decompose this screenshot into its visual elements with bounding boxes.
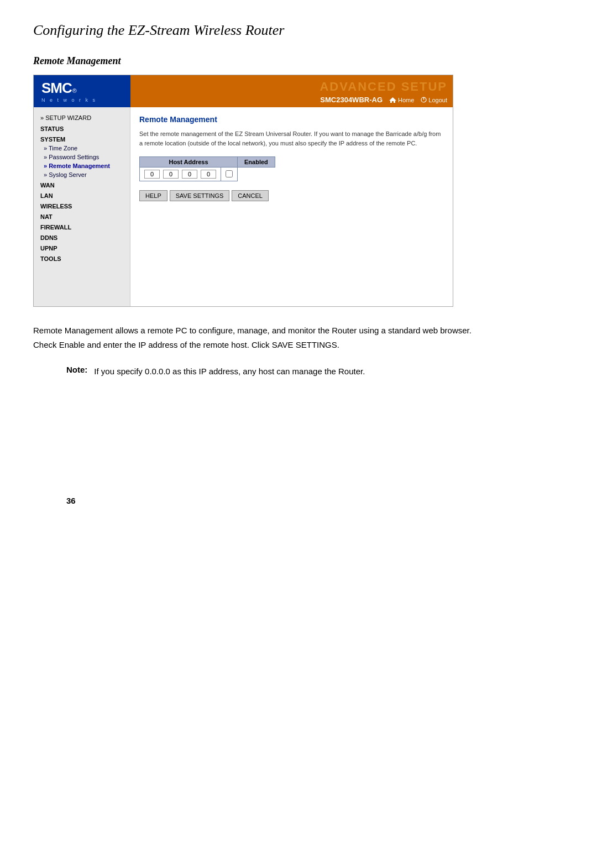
ip-octet-3[interactable] [182, 170, 197, 179]
enabled-checkbox-cell [221, 168, 238, 181]
remote-management-form: Host Address Enabled [139, 156, 275, 181]
sidebar-item-remote-management[interactable]: » Remote Management [34, 161, 130, 170]
note-block: Note: If you specify 0.0.0.0 as this IP … [66, 365, 520, 378]
sidebar: » SETUP WIZARD STATUS SYSTEM » Time Zone… [34, 107, 130, 306]
smc-logo: SMC® [41, 80, 123, 97]
main-panel: Remote Management Set the remote managem… [130, 107, 453, 306]
sidebar-item-wan[interactable]: WAN [34, 179, 130, 190]
host-address-header: Host Address [140, 157, 238, 168]
panel-description: Set the remote management of the EZ Stre… [139, 129, 444, 148]
svg-marker-0 [389, 97, 396, 103]
sidebar-item-tools[interactable]: TOOLS [34, 253, 130, 263]
sidebar-item-nat[interactable]: NAT [34, 211, 130, 221]
enabled-checkbox[interactable] [226, 170, 233, 177]
sidebar-item-system[interactable]: SYSTEM [34, 133, 130, 144]
router-body: » SETUP WIZARD STATUS SYSTEM » Time Zone… [34, 107, 453, 306]
sidebar-item-time-zone[interactable]: » Time Zone [34, 144, 130, 153]
home-icon [389, 97, 396, 103]
router-header-right: ADVANCED SETUP SMC2304WBR-AG Home Logout [130, 75, 453, 107]
sidebar-item-status[interactable]: STATUS [34, 123, 130, 133]
ip-octet-1[interactable] [144, 170, 160, 179]
router-model: SMC2304WBR-AG [320, 96, 383, 104]
sidebar-item-setup-wizard[interactable]: » SETUP WIZARD [34, 113, 130, 123]
page-title: Configuring the EZ-Stream Wireless Route… [33, 22, 564, 39]
sidebar-item-upnp[interactable]: UPnP [34, 242, 130, 253]
networks-label: N e t w o r k s [41, 97, 123, 103]
section-heading: Remote Management [33, 55, 564, 67]
ip-octet-2[interactable] [163, 170, 179, 179]
ip-octet-4[interactable] [201, 170, 216, 179]
logout-icon [421, 97, 427, 103]
router-header-left: SMC® N e t w o r k s [34, 75, 130, 107]
sidebar-item-syslog-server[interactable]: » Syslog Server [34, 170, 130, 179]
registered-mark: ® [72, 87, 77, 94]
advanced-setup-label: ADVANCED SETUP [320, 81, 447, 93]
body-description: Remote Management allows a remote PC to … [33, 323, 486, 352]
logout-link[interactable]: Logout [421, 97, 447, 103]
enabled-header: Enabled [238, 157, 275, 168]
router-ui: SMC® N e t w o r k s ADVANCED SETUP SMC2… [33, 75, 453, 307]
brand-name: SMC [41, 80, 72, 97]
panel-title: Remote Management [139, 115, 444, 124]
ip-fields-cell [140, 168, 221, 181]
save-settings-button[interactable]: SAVE SETTINGS [170, 190, 230, 201]
router-header: SMC® N e t w o r k s ADVANCED SETUP SMC2… [34, 75, 453, 107]
help-button[interactable]: HELP [139, 190, 167, 201]
ip-input-group [144, 170, 216, 179]
sidebar-item-ddns[interactable]: DDNS [34, 232, 130, 242]
model-bar: SMC2304WBR-AG Home Logout [320, 96, 447, 104]
sidebar-item-firewall[interactable]: FIREWALL [34, 221, 130, 232]
page-number: 36 [66, 496, 76, 505]
sidebar-item-lan[interactable]: LAN [34, 190, 130, 200]
note-label: Note: [66, 365, 87, 378]
sidebar-item-wireless[interactable]: WIRELESS [34, 200, 130, 211]
buttons-row: HELP SAVE SETTINGS CANCEL [139, 190, 444, 201]
cancel-button[interactable]: CANCEL [232, 190, 269, 201]
home-link[interactable]: Home [389, 97, 414, 103]
sidebar-item-password-settings[interactable]: » Password Settings [34, 153, 130, 161]
note-text: If you specify 0.0.0.0 as this IP addres… [94, 365, 365, 378]
